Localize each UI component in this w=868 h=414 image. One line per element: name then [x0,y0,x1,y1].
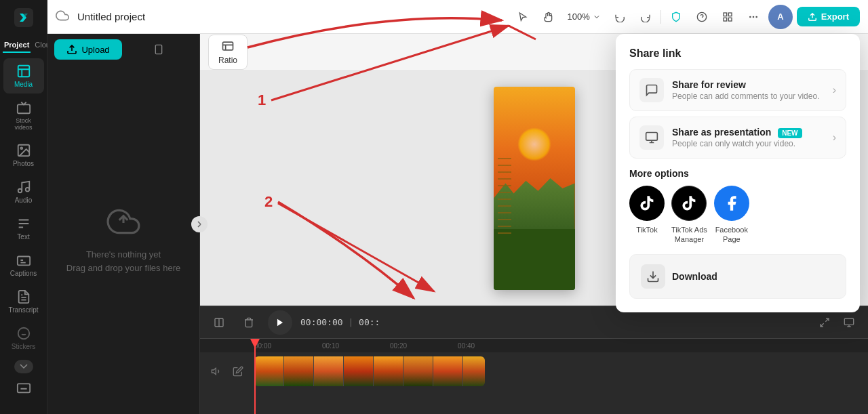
upload-tab[interactable]: Upload [54,39,122,60]
time-display: 00:00:00 | 00:: [300,317,380,327]
transcript-icon [16,289,31,304]
new-badge: NEW [778,128,802,138]
delete-btn[interactable] [238,312,260,333]
tiktok-btn[interactable]: TikTok [629,186,665,245]
top-nav: Untitled project 100% [47,0,868,34]
volume-btn[interactable] [208,363,225,380]
nav-tools: 100% [512,5,860,29]
sun-graphic [517,127,551,161]
ruler-mark-20: 00:20 [390,342,458,350]
export-icon [808,12,817,22]
sidebar-item-transcript-label: Transcript [8,306,38,314]
video-thumb-2 [284,356,314,386]
play-btn[interactable] [268,310,292,335]
undo-icon [614,12,625,22]
timeline-playhead[interactable] [254,339,256,414]
hand-tool-btn[interactable] [538,6,559,28]
zoom-chevron-icon [593,13,601,21]
zoom-select[interactable]: 100% [564,9,605,24]
audio-icon [16,180,31,194]
ratio-icon [221,39,235,53]
mobile-tab[interactable] [125,39,193,60]
ruler-mark-10: 00:10 [322,342,390,350]
upload-tab-icon [66,44,77,55]
svg-rect-14 [724,18,727,21]
help-btn[interactable] [691,6,713,28]
captions-icon [16,253,31,268]
stock-videos-icon [16,100,31,115]
ruler-marks: 00:00 00:10 00:20 00:40 [254,342,526,350]
cloud-nav-icon [56,9,69,25]
project-title: Untitled project [77,11,507,22]
share-as-presentation-option[interactable]: Share as presentation NEW People can onl… [629,117,846,159]
sidebar-item-captions[interactable]: Captions [3,247,44,283]
social-buttons: TikTok TikTok Ads Manager [629,186,846,245]
split-btn[interactable] [208,312,230,333]
more-icon [748,12,759,22]
ruler-mark-0: 00:00 [254,342,322,350]
timeline-view-btn[interactable] [838,312,860,333]
timeline-ruler: 00:00 00:10 00:20 00:40 [200,339,868,352]
sidebar-expand-btn[interactable] [14,360,33,373]
presentation-chevron-icon: › [833,131,836,144]
download-text: Download [672,271,717,282]
svg-rect-12 [728,13,732,16]
svg-rect-2 [17,104,29,113]
mobile-tab-icon [153,44,164,55]
download-btn[interactable]: Download [629,254,846,299]
video-track-row [200,352,868,390]
ratio-btn[interactable]: Ratio [208,35,248,70]
svg-rect-13 [728,18,732,21]
tiktok-ads-btn[interactable]: TikTok Ads Manager [671,186,707,245]
share-for-review-option[interactable]: Share for review People can add comments… [629,69,846,111]
media-panel-tabs: Upload [47,34,199,65]
plant-graphic [498,158,511,239]
monitor-icon [844,317,854,328]
layout-btn[interactable] [717,6,738,28]
tab-project[interactable]: Project [3,38,31,53]
more-options-title: More options [629,168,846,179]
keyboard-icon [16,379,31,394]
sidebar-item-stickers[interactable]: Stickers [3,320,44,356]
main-area: Untitled project 100% [47,0,868,414]
sidebar-item-text-label: Text [17,233,29,241]
sidebar-item-photos-label: Photos [13,160,34,167]
redo-btn[interactable] [635,6,656,28]
undo-btn[interactable] [609,6,631,28]
svg-point-5 [18,189,22,193]
sidebar-item-text[interactable]: Text [3,211,44,246]
share-popup: Share link Share for review People can a… [616,34,860,312]
sidebar-item-audio[interactable]: Audio [3,174,44,209]
timeline-expand-btn[interactable] [814,312,835,333]
cursor-icon [517,12,528,22]
sidebar-item-stock-label: Stock videos [7,117,40,131]
select-tool-btn[interactable] [512,6,534,28]
sidebar-item-stock-videos[interactable]: Stock videos [3,95,44,136]
sidebar-item-media[interactable]: Media [3,58,44,94]
video-thumb-5 [374,356,403,386]
sidebar-item-keyboard[interactable] [3,374,44,402]
facebook-icon [714,186,749,221]
empty-text: There's nothing yet Drag and drop your f… [66,248,180,274]
user-avatar[interactable]: A [768,5,793,29]
text-icon [16,216,31,231]
video-track-content[interactable] [254,356,868,386]
more-btn[interactable] [743,6,764,28]
media-panel: Upload There's nothing ye [47,34,200,414]
tiktok-ads-label: TikTok Ads Manager [671,225,707,245]
sidebar-item-media-label: Media [14,81,33,88]
shield-btn[interactable] [665,6,687,28]
svg-point-8 [18,328,29,339]
layout-icon [722,12,733,22]
help-icon [696,12,707,22]
timeline-tracks: 00:00 00:10 00:20 00:40 [200,339,868,414]
svg-rect-11 [724,13,727,16]
edit-btn[interactable] [229,363,247,380]
facebook-btn[interactable]: Facebook Page [714,186,749,245]
export-btn[interactable]: Export [797,7,860,26]
app-logo [12,5,36,30]
sidebar-item-photos[interactable]: Photos [3,138,44,173]
sidebar-item-transcript[interactable]: Transcript [3,284,44,319]
video-thumb-6 [403,356,433,386]
panel-collapse-btn[interactable] [191,216,208,232]
